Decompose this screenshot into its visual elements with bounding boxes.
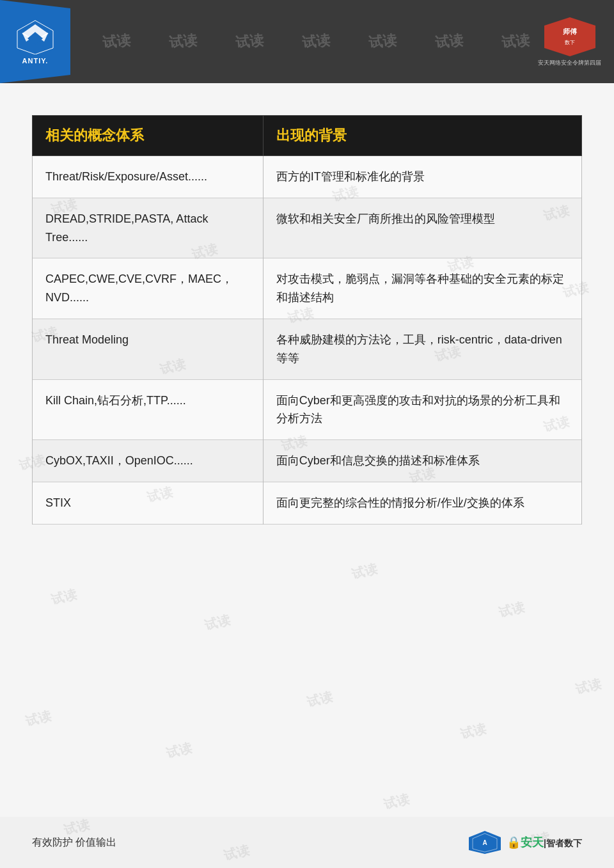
- top-right-brand-icon: 师傅 数下: [541, 16, 599, 58]
- watermark-19: 试读: [24, 707, 53, 730]
- svg-marker-5: [544, 17, 595, 56]
- table-row: CybOX,TAXII，OpenIOC......面向Cyber和信息交换的描述…: [33, 440, 582, 482]
- table-row: STIX面向更完整的综合性的情报分析/作业/交换的体系: [33, 482, 582, 524]
- footer-logo-icon: A: [468, 830, 503, 855]
- table-row: CAPEC,CWE,CVE,CVRF，MAEC，NVD......对攻击模式，脆…: [33, 258, 582, 319]
- main-content: 试读试读试读试读试读试读试读试读试读试读试读试读试读试读试读试读试读试读试读试读…: [0, 83, 614, 868]
- table-cell-col1: STIX: [33, 482, 264, 524]
- logo-text: ANTIY.: [22, 57, 49, 65]
- footer-left-text: 有效防护 价值输出: [32, 836, 116, 849]
- table-cell-col1: DREAD,STRIDE,PASTA, Attack Tree......: [33, 198, 264, 258]
- table-cell-col1: CAPEC,CWE,CVE,CVRF，MAEC，NVD......: [33, 258, 264, 319]
- table-cell-col2: 微软和相关安全厂商所推出的风险管理模型: [263, 198, 581, 258]
- watermark-17: 试读: [350, 560, 379, 583]
- footer: 有效防护 价值输出 A 🔒安天|智者数下: [0, 817, 614, 868]
- table-cell-col2: 面向更完整的综合性的情报分析/作业/交换的体系: [263, 482, 581, 524]
- col1-header: 相关的概念体系: [33, 116, 264, 156]
- header-wm-2: 试读: [149, 29, 217, 54]
- header-wm-5: 试读: [349, 29, 416, 54]
- header-wm-6: 试读: [415, 29, 483, 54]
- footer-right-logo: A 🔒安天|智者数下: [468, 830, 582, 855]
- footer-brand-text: 🔒安天|智者数下: [507, 835, 582, 850]
- table-cell-col1: Kill Chain,钻石分析,TTP......: [33, 379, 264, 440]
- watermark-21: 试读: [305, 688, 335, 711]
- table-row: Kill Chain,钻石分析,TTP......面向Cyber和更高强度的攻击…: [33, 379, 582, 440]
- table-cell-col1: Threat Modeling: [33, 319, 264, 379]
- table-cell-col1: CybOX,TAXII，OpenIOC......: [33, 440, 264, 482]
- antiy-logo-icon: [16, 19, 54, 54]
- watermark-20: 试读: [164, 739, 194, 762]
- header-wm-1: 试读: [83, 29, 150, 54]
- table-cell-col2: 对攻击模式，脆弱点，漏洞等各种基础的安全元素的标定和描述结构: [263, 258, 581, 319]
- svg-text:A: A: [482, 839, 487, 846]
- header: ANTIY. 试读 试读 试读 试读 试读 试读 试读 师傅 数下 安天网络安全…: [0, 0, 614, 83]
- table-cell-col2: 各种威胁建模的方法论，工具，risk-centric，data-driven等等: [263, 319, 581, 379]
- table-row: Threat/Risk/Exposure/Asset......西方的IT管理和…: [33, 156, 582, 198]
- data-table: 相关的概念体系 出现的背景 Threat/Risk/Exposure/Asset…: [32, 115, 582, 525]
- watermark-15: 试读: [49, 585, 79, 608]
- table-cell-col2: 面向Cyber和更高强度的攻击和对抗的场景的分析工具和分析方法: [263, 379, 581, 440]
- watermark-22: 试读: [459, 720, 488, 743]
- watermark-18: 试读: [497, 598, 526, 621]
- header-wm-4: 试读: [282, 29, 350, 54]
- watermark-26: 试读: [382, 790, 411, 813]
- logo-box: ANTIY.: [0, 0, 70, 83]
- header-right-logo: 师傅 数下 安天网络安全令牌第四届: [538, 16, 601, 67]
- table-cell-col1: Threat/Risk/Exposure/Asset......: [33, 156, 264, 198]
- svg-text:数下: 数下: [565, 40, 575, 45]
- svg-text:师傅: 师傅: [562, 28, 578, 35]
- header-wm-3: 试读: [216, 29, 283, 54]
- table-row: DREAD,STRIDE,PASTA, Attack Tree......微软和…: [33, 198, 582, 258]
- watermark-23: 试读: [574, 675, 603, 698]
- table-cell-col2: 面向Cyber和信息交换的描述和标准体系: [263, 440, 581, 482]
- table-cell-col2: 西方的IT管理和标准化的背景: [263, 156, 581, 198]
- watermark-16: 试读: [203, 611, 232, 634]
- table-row: Threat Modeling各种威胁建模的方法论，工具，risk-centri…: [33, 319, 582, 379]
- header-watermarks: 试读 试读 试读 试读 试读 试读 试读: [0, 0, 614, 83]
- col2-header: 出现的背景: [263, 116, 581, 156]
- brand-sub-text: 安天网络安全令牌第四届: [538, 59, 601, 67]
